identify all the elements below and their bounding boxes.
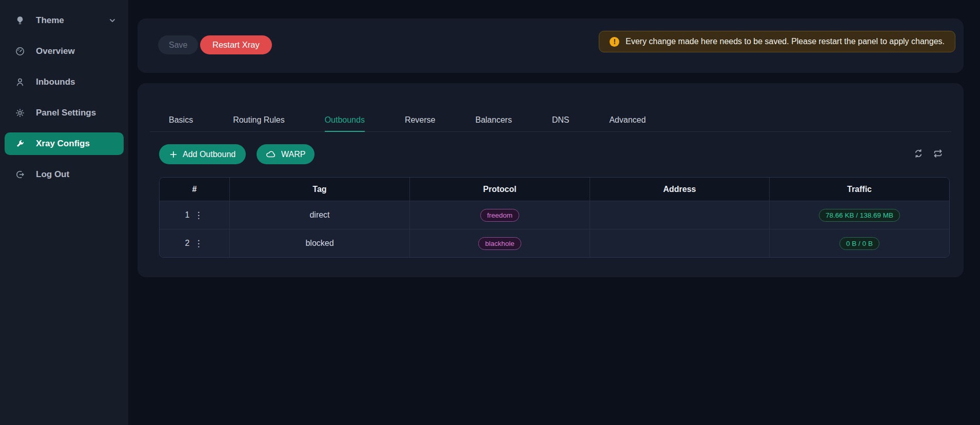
table-row: 2 ⋮ blocked blackhole 0 B / 0 B bbox=[160, 229, 949, 257]
add-outbound-button[interactable]: Add Outbound bbox=[159, 144, 246, 164]
column-header-index: # bbox=[160, 178, 230, 201]
traffic-cell: 0 B / 0 B bbox=[770, 229, 949, 257]
alert-message: Every change made here needs to be saved… bbox=[625, 37, 945, 46]
refresh-icon[interactable] bbox=[913, 148, 924, 159]
xray-configs-card: Basics Routing Rules Outbounds Reverse B… bbox=[138, 83, 964, 277]
xray-panel-app: Theme Overview Inbounds Panel Settings bbox=[0, 0, 980, 425]
plus-icon bbox=[169, 150, 178, 159]
tab-basics[interactable]: Basics bbox=[169, 109, 193, 131]
sidebar-item-label: Log Out bbox=[36, 169, 69, 180]
sidebar: Theme Overview Inbounds Panel Settings bbox=[0, 0, 128, 425]
sidebar-item-overview[interactable]: Overview bbox=[5, 40, 124, 63]
protocol-badge: blackhole bbox=[478, 237, 521, 250]
tab-outbounds[interactable]: Outbounds bbox=[325, 109, 365, 132]
tab-dns[interactable]: DNS bbox=[552, 109, 570, 131]
cloud-icon bbox=[266, 150, 276, 158]
sidebar-item-xray-configs[interactable]: Xray Configs bbox=[5, 132, 124, 155]
tab-reverse[interactable]: Reverse bbox=[405, 109, 436, 131]
tab-balancers[interactable]: Balancers bbox=[475, 109, 512, 131]
table-tools bbox=[913, 148, 943, 159]
column-header-tag: Tag bbox=[230, 178, 410, 201]
column-header-address: Address bbox=[590, 178, 770, 201]
row-menu-icon[interactable]: ⋮ bbox=[193, 238, 204, 249]
table-row: 1 ⋮ direct freedom 78.66 KB / 138.69 MB bbox=[160, 201, 949, 229]
row-index: 2 bbox=[185, 239, 190, 248]
bulb-icon bbox=[15, 15, 25, 26]
tag-cell: blocked bbox=[230, 229, 410, 257]
sidebar-item-log-out[interactable]: Log Out bbox=[5, 163, 124, 186]
wrench-icon bbox=[15, 139, 25, 149]
column-header-protocol: Protocol bbox=[410, 178, 590, 201]
sidebar-item-panel-settings[interactable]: Panel Settings bbox=[5, 102, 124, 124]
warp-button[interactable]: WARP bbox=[257, 144, 315, 164]
sidebar-item-label: Xray Configs bbox=[36, 139, 90, 149]
protocol-cell: freedom bbox=[410, 201, 590, 229]
toolbar-card: Save Restart Xray ! Every change made he… bbox=[138, 18, 964, 73]
index-cell: 2 ⋮ bbox=[160, 229, 230, 257]
outbounds-table: # Tag Protocol Address Traffic 1 ⋮ direc… bbox=[159, 177, 950, 258]
sidebar-item-label: Inbounds bbox=[36, 77, 75, 87]
address-cell bbox=[590, 201, 770, 229]
traffic-badge: 78.66 KB / 138.69 MB bbox=[819, 209, 900, 222]
row-menu-icon[interactable]: ⋮ bbox=[193, 210, 204, 221]
row-index: 1 bbox=[185, 210, 190, 220]
restart-xray-button[interactable]: Restart Xray bbox=[200, 35, 272, 54]
sidebar-item-theme[interactable]: Theme bbox=[5, 9, 124, 32]
gauge-icon bbox=[15, 46, 25, 56]
tag-cell: direct bbox=[230, 201, 410, 229]
sidebar-item-label: Panel Settings bbox=[36, 108, 96, 118]
tab-routing-rules[interactable]: Routing Rules bbox=[233, 109, 285, 131]
logout-icon bbox=[15, 169, 25, 180]
table-header-row: # Tag Protocol Address Traffic bbox=[160, 178, 949, 201]
repeat-icon[interactable] bbox=[933, 148, 943, 159]
chevron-down-icon bbox=[108, 16, 116, 25]
gear-icon bbox=[15, 108, 25, 118]
add-outbound-label: Add Outbound bbox=[183, 150, 236, 159]
save-button[interactable]: Save bbox=[158, 35, 198, 54]
sidebar-item-inbounds[interactable]: Inbounds bbox=[5, 71, 124, 93]
sidebar-item-label: Theme bbox=[36, 15, 64, 26]
tab-advanced[interactable]: Advanced bbox=[609, 109, 645, 131]
user-icon bbox=[15, 77, 25, 87]
protocol-cell: blackhole bbox=[410, 229, 590, 257]
column-header-traffic: Traffic bbox=[770, 178, 949, 201]
sidebar-item-label: Overview bbox=[36, 46, 75, 56]
index-cell: 1 ⋮ bbox=[160, 201, 230, 229]
traffic-badge: 0 B / 0 B bbox=[839, 237, 879, 250]
unsaved-changes-alert: ! Every change made here needs to be sav… bbox=[599, 31, 955, 52]
protocol-badge: freedom bbox=[480, 209, 519, 222]
warning-icon: ! bbox=[610, 37, 619, 47]
traffic-cell: 78.66 KB / 138.69 MB bbox=[770, 201, 949, 229]
address-cell bbox=[590, 229, 770, 257]
warp-label: WARP bbox=[281, 150, 305, 159]
config-tabs: Basics Routing Rules Outbounds Reverse B… bbox=[150, 109, 951, 132]
